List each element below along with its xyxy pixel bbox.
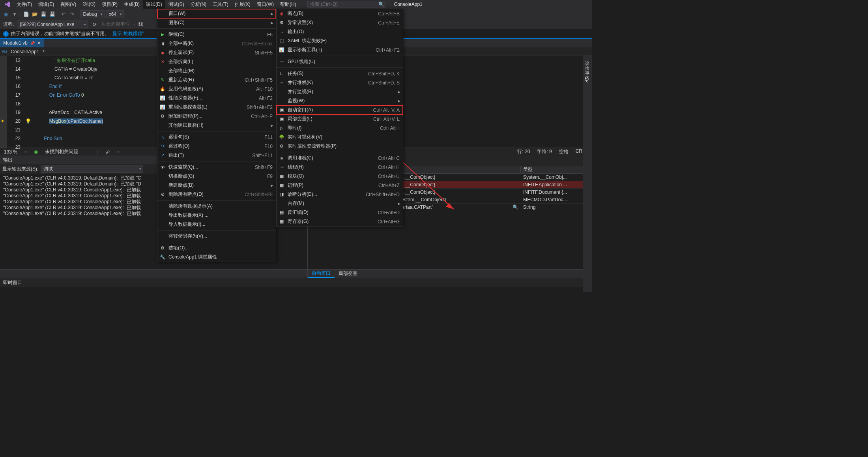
menu-编辑(E)[interactable]: 编辑(E) <box>35 0 57 9</box>
menu-item[interactable]: ▣局部变量(L)Ctrl+Alt+V, L <box>277 114 403 124</box>
insert-mode[interactable]: 空格 <box>559 148 569 155</box>
menu-item[interactable]: 其他调试目标(H)▶ <box>157 121 276 130</box>
fold-gutter[interactable] <box>24 56 31 148</box>
menu-item[interactable]: 🔥应用代码更改(A)Alt+F10 <box>157 84 276 94</box>
new-icon[interactable]: 📄 <box>22 11 30 18</box>
menu-item[interactable]: ⚙附加到进程(P)...Ctrl+Alt+P <box>157 112 276 121</box>
process-combo[interactable]: [58228] ConsoleApp1.exe <box>17 21 88 28</box>
nav-project-combo[interactable]: ConsoleApp1 <box>8 49 47 54</box>
menu-item[interactable]: ≡并行堆栈(K)Ctrl+Shift+D, S <box>277 78 403 87</box>
breakpoint-gutter[interactable] <box>0 56 7 148</box>
menu-item[interactable]: 并行监视(R)▶ <box>277 87 403 96</box>
menu-item[interactable]: ↗跳出(T)Shift+F11 <box>157 151 276 160</box>
lightbulb-icon[interactable]: 💡 <box>25 118 31 124</box>
back-icon[interactable]: ◉ <box>2 11 9 18</box>
menu-item[interactable]: 监视(W)▶ <box>277 96 403 105</box>
menu-item[interactable]: 内存(M)▶ <box>277 199 403 208</box>
code-body[interactable]: ' 如果没有打开catia CATIA = CreateObje CATIA.V… <box>37 56 103 148</box>
menu-item[interactable]: →输出(O) <box>277 27 403 36</box>
notice-link[interactable]: 显示"堆栈跟踪" <box>112 30 144 37</box>
line-indicator[interactable]: 行: 20 <box>517 148 530 155</box>
menu-item[interactable]: ▶继续(C)F5 <box>157 30 276 39</box>
col-value[interactable] <box>395 166 521 173</box>
output-source-combo[interactable]: 调试 <box>41 165 143 173</box>
side-tab[interactable]: 诊 <box>583 55 591 60</box>
menu-窗口(W)[interactable]: 窗口(W) <box>254 0 277 9</box>
menu-item[interactable]: ◨诊断分析(D)...Ctrl+Shift+Alt+D <box>277 190 403 199</box>
menu-item[interactable]: 〰GPU 线程(U) <box>277 57 403 66</box>
pin-icon[interactable]: 📌 <box>30 41 35 45</box>
menu-item[interactable]: ⚙异常设置(X)Ctrl+Alt+E <box>277 18 403 27</box>
menu-item[interactable]: ✕全部拆离(L) <box>157 57 276 66</box>
menu-item[interactable]: ▦寄存器(G)Ctrl+Alt+G <box>277 217 403 226</box>
menu-item[interactable]: 窗口(W)▶ <box>157 9 276 18</box>
menu-item[interactable]: 新建断点(B)▶ <box>157 181 276 190</box>
lifecycle-icon[interactable]: ⟳ <box>91 21 98 28</box>
menu-item[interactable]: ⚙选项(O)... <box>157 243 276 253</box>
undo-icon[interactable]: ↶ <box>60 11 67 18</box>
menu-Git(G)[interactable]: Git(G) <box>79 0 99 9</box>
menu-item[interactable]: ▤反汇编(D)Ctrl+Alt+D <box>277 208 403 217</box>
menu-item[interactable]: ☐任务(S)Ctrl+Shift+D, K <box>277 69 403 78</box>
menu-item[interactable]: 📊性能探查器(F)...Alt+F2 <box>157 94 276 103</box>
vs-logo-icon <box>4 1 11 8</box>
saveall-icon[interactable]: 💾 <box>49 11 56 18</box>
col-indicator[interactable]: 字符: 9 <box>537 148 552 155</box>
menu-item[interactable]: ↻重新启动(R)Ctrl+Shift+F5 <box>157 75 276 84</box>
document-tab[interactable]: Module1.vb 📌 ✕ <box>0 39 44 47</box>
config-combo[interactable]: Debug <box>80 10 104 18</box>
side-tab[interactable]: 内 <box>583 69 591 74</box>
search-box[interactable]: 搜索 (Ctrl+Q) 🔍 <box>307 1 386 8</box>
col-type[interactable]: 类型 <box>521 166 592 173</box>
vb-badge-icon: VB <box>2 49 7 54</box>
menu-项目(P)[interactable]: 项目(P) <box>99 0 121 9</box>
menu-item[interactable]: 图形(C)▶ <box>157 18 276 27</box>
menu-item[interactable]: 👁快速监视(Q)...Shift+F9 <box>157 163 276 172</box>
menu-工具(T)[interactable]: 工具(T) <box>210 0 231 9</box>
menu-视图(V)[interactable]: 视图(V) <box>57 0 79 9</box>
immediate-window-title: 即时窗口 <box>0 278 592 287</box>
menu-item[interactable]: ↷逐过程(O)F10 <box>157 142 276 151</box>
menu-item[interactable]: ◉断点(B)Ctrl+Alt+B <box>277 9 403 18</box>
execution-pointer-icon: ➤ <box>1 118 4 124</box>
menu-item[interactable]: 导入数据提示(I)... <box>157 220 276 229</box>
side-tab[interactable]: CP <box>583 74 590 85</box>
platform-combo[interactable]: x64 <box>106 10 124 18</box>
open-icon[interactable]: 📂 <box>31 11 38 18</box>
side-tab[interactable]: 摘 <box>583 60 591 65</box>
menu-分析(N)[interactable]: 分析(N) <box>187 0 210 9</box>
menu-item[interactable]: ↘逐语句(S)F11 <box>157 133 276 142</box>
menu-调试(D)[interactable]: 调试(D) <box>143 0 165 9</box>
menu-item[interactable]: ≡调用堆栈(C)Ctrl+Alt+C <box>277 154 403 163</box>
menu-item[interactable]: 📊显示诊断工具(T)Ctrl+Alt+F2 <box>277 45 403 54</box>
menu-item[interactable]: ■停止调试(E)Shift+F5 <box>157 48 276 57</box>
menubar: 文件(F)编辑(E)视图(V)Git(G)项目(P)生成(B)调试(D)测试(S… <box>0 0 592 9</box>
menu-item[interactable]: 切换断点(G)F9 <box>157 172 276 181</box>
save-icon[interactable]: 💾 <box>40 11 47 18</box>
menu-item[interactable]: ▦模块(O)Ctrl+Alt+U <box>277 172 403 181</box>
menu-item[interactable]: ⚙实时属性资源管理器(P) <box>277 142 403 151</box>
menu-item[interactable]: 📊重启性能探查器(L)Shift+Alt+F2 <box>157 103 276 112</box>
menu-item[interactable]: 全部终止(M) <box>157 66 276 75</box>
menu-帮助(H)[interactable]: 帮助(H) <box>277 0 299 9</box>
redo-icon[interactable]: ↷ <box>69 11 76 18</box>
menu-生成(B)[interactable]: 生成(B) <box>121 0 143 9</box>
menu-item[interactable]: 〰线程(H)Ctrl+Alt+H <box>277 163 403 172</box>
menu-item: 清除所有数据提示(A) <box>157 202 276 211</box>
menu-item[interactable]: 将转储另存为(V)... <box>157 232 276 241</box>
menu-测试(S)[interactable]: 测试(S) <box>165 0 187 9</box>
menu-item[interactable]: 🌳实时可视化树(V) <box>277 133 403 142</box>
brush-icon[interactable]: 🖌 <box>105 149 110 155</box>
menu-item[interactable]: ▷即时(I)Ctrl+Alt+I <box>277 124 403 133</box>
tab-autos[interactable]: 自动窗口 <box>308 270 335 278</box>
menu-item[interactable]: ▦进程(P)Ctrl+Alt+Z <box>277 181 403 190</box>
menu-文件(F)[interactable]: 文件(F) <box>13 0 35 9</box>
menu-item[interactable]: 🔧ConsoleApp1 调试属性 <box>157 253 276 262</box>
menu-扩展(X)[interactable]: 扩展(X) <box>232 0 254 9</box>
fwd-icon[interactable]: ▾ <box>11 11 18 18</box>
menu-item[interactable]: ▣自动窗口(A)Ctrl+Alt+V, A <box>277 105 403 114</box>
tab-locals[interactable]: 局部变量 <box>335 270 361 278</box>
close-icon[interactable]: ✕ <box>37 40 41 46</box>
menu-item[interactable]: ⬚XAML 绑定失败(F) <box>277 36 403 45</box>
side-tab[interactable]: 事 <box>583 65 591 69</box>
